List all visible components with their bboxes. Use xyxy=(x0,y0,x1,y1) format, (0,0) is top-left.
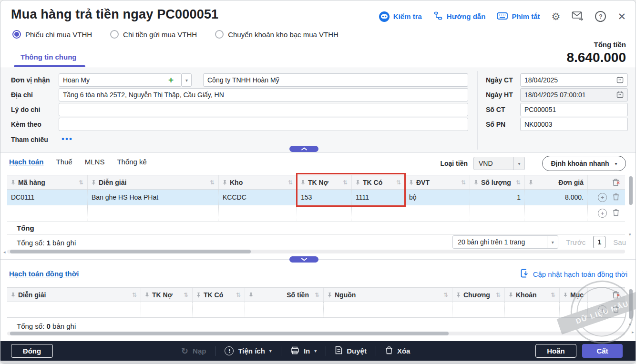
check-button[interactable]: Kiểm tra xyxy=(379,11,422,22)
receipt-no-input[interactable] xyxy=(520,118,628,131)
help-icon[interactable]: ? xyxy=(595,11,606,22)
tab-thong-ke[interactable]: Thống kê xyxy=(117,158,147,166)
table-row-empty[interactable]: + xyxy=(7,205,625,221)
cell-so-luong[interactable]: 1 xyxy=(470,190,525,205)
scroll-right-icon[interactable]: ▸ xyxy=(632,330,634,334)
sort-icon[interactable]: ⇅ xyxy=(288,179,293,186)
supplier-dropdown-button[interactable]: ▾ xyxy=(182,73,192,87)
utilities-button[interactable]: ⋮ Tiện ích ▾ xyxy=(215,346,280,355)
sort-icon[interactable]: ⇅ xyxy=(79,179,83,186)
approve-button[interactable]: Duyệt xyxy=(326,346,376,356)
guide-button[interactable]: Hướng dẫn xyxy=(433,11,486,22)
cell-don-gia[interactable]: 8.000. xyxy=(525,190,588,205)
cell-tk-co[interactable]: 1111 xyxy=(352,190,405,205)
delete-row-icon[interactable] xyxy=(613,209,619,218)
radio-chi-tien-gui[interactable]: Chi tiền gửi mua VTHH xyxy=(110,30,197,39)
cell-dvt[interactable]: bộ xyxy=(405,190,470,205)
calendar-icon[interactable] xyxy=(616,76,624,85)
sort-icon[interactable]: ⇅ xyxy=(184,292,188,298)
horizontal-scrollbar[interactable] xyxy=(7,250,625,253)
reload-button[interactable]: ↻ Nạp xyxy=(172,347,215,355)
reason-input[interactable] xyxy=(59,103,468,116)
scroll-down-icon[interactable]: ▾ xyxy=(629,323,631,327)
cell-tk-no[interactable]: 153 xyxy=(297,190,352,205)
radio-chuyen-khoan[interactable]: Chuyển khoản kho bạc mua VTHH xyxy=(215,30,339,39)
close-icon[interactable]: ✕ xyxy=(617,11,626,21)
shortcut-button[interactable]: Phím tắt xyxy=(497,12,540,21)
scrollbar-thumb[interactable] xyxy=(10,332,449,335)
column-header-tk-co[interactable]: TK Có⇅ xyxy=(352,175,405,189)
reference-more-button[interactable]: ••• xyxy=(62,133,73,145)
postpone-button[interactable]: Hoãn xyxy=(535,344,576,358)
sort-icon[interactable]: ⇅ xyxy=(210,179,215,186)
quick-entry-button[interactable]: Định khoản nhanh ▾ xyxy=(542,156,626,171)
sort-icon[interactable]: ⇅ xyxy=(132,292,137,298)
delete-all-rows-icon[interactable]: ✕ xyxy=(612,178,619,186)
address-input[interactable] xyxy=(59,88,468,101)
column-header[interactable]: ĐVT⇅ xyxy=(405,175,470,189)
sort-icon[interactable]: ⇅ xyxy=(315,292,319,298)
delete-all-rows-icon[interactable]: ✕ xyxy=(612,291,619,299)
tab-thue[interactable]: Thuế xyxy=(56,158,72,166)
print-button[interactable]: In ▾ xyxy=(281,346,326,356)
column-header[interactable]: Kho⇅ xyxy=(219,175,297,189)
cell-dien-giai[interactable]: Ban ghe HS Hoa PHat xyxy=(88,190,219,205)
voucher-date-input[interactable] xyxy=(520,73,628,87)
add-supplier-icon[interactable]: + xyxy=(168,74,174,86)
collapse-form-button[interactable] xyxy=(289,146,318,152)
sort-icon[interactable]: ⇅ xyxy=(551,292,555,298)
tab-thong-tin-chung[interactable]: Thông tin chung xyxy=(21,53,76,61)
column-header[interactable]: Mục xyxy=(560,288,588,302)
column-header[interactable]: Mã hàng⇅ xyxy=(7,175,88,189)
vertical-scrollbar[interactable] xyxy=(629,289,633,319)
add-row-icon[interactable]: + xyxy=(598,209,607,218)
prev-page-button[interactable]: Trước xyxy=(566,238,585,246)
column-header-tk-no[interactable]: TK Nợ⇅ xyxy=(297,175,352,189)
update-concurrent-link[interactable]: Cập nhật hạch toán đồng thời xyxy=(521,269,627,279)
column-header[interactable]: Số tiền⇅ xyxy=(245,288,324,302)
save-button[interactable]: Cất xyxy=(582,344,623,358)
supplier-name-input[interactable] xyxy=(203,73,468,87)
column-header[interactable]: Đơn giá xyxy=(525,175,588,189)
tab-mlns[interactable]: MLNS xyxy=(85,158,105,166)
current-page-box[interactable]: 1 xyxy=(593,236,605,248)
page-size-select[interactable]: 20 bản ghi trên 1 trang ▾ xyxy=(452,235,558,249)
scroll-left-icon[interactable]: ◂ xyxy=(3,250,6,254)
table-row-empty[interactable]: + xyxy=(7,302,625,318)
gear-icon[interactable]: ⚙ xyxy=(552,11,561,21)
column-header[interactable]: TK Có⇅ xyxy=(193,288,245,302)
radio-phieu-chi[interactable]: Phiếu chi mua VTHH xyxy=(12,30,92,39)
add-row-icon[interactable]: + xyxy=(598,193,607,202)
calendar-icon[interactable] xyxy=(616,91,624,100)
concurrent-section-link[interactable]: Hạch toán đồng thời xyxy=(9,270,79,278)
column-header[interactable]: TK Nợ⇅ xyxy=(141,288,193,302)
attachment-input[interactable] xyxy=(59,118,468,131)
sort-icon[interactable]: ⇅ xyxy=(396,179,401,186)
table-row[interactable]: DC0111 Ban ghe HS Hoa PHat KCCDC 153 111… xyxy=(7,190,625,205)
column-header[interactable]: Diễn giải⇅ xyxy=(7,288,141,302)
posting-date-input[interactable] xyxy=(520,88,628,101)
cell-ma-hang[interactable]: DC0111 xyxy=(7,190,88,205)
voucher-no-input[interactable] xyxy=(520,103,628,116)
sort-icon[interactable]: ⇅ xyxy=(236,292,241,298)
sort-icon[interactable]: ⇅ xyxy=(461,179,466,186)
sort-icon[interactable]: ⇅ xyxy=(516,179,521,186)
column-header[interactable]: Số lượng⇅ xyxy=(470,175,525,189)
add-row-icon[interactable]: + xyxy=(598,305,607,314)
scrollbar-thumb[interactable] xyxy=(10,250,251,253)
supplier-code-input[interactable] xyxy=(59,73,182,87)
delete-row-icon[interactable] xyxy=(613,305,619,314)
next-page-button[interactable]: Sau xyxy=(613,238,626,246)
delete-row-icon[interactable] xyxy=(613,193,619,202)
column-header[interactable]: Khoản⇅ xyxy=(505,288,560,302)
horizontal-scrollbar[interactable] xyxy=(7,332,625,335)
mail-send-icon[interactable] xyxy=(572,11,584,22)
column-header[interactable]: Chương⇅ xyxy=(452,288,505,302)
column-header[interactable]: Diễn giải⇅ xyxy=(88,175,219,189)
vertical-scrollbar[interactable] xyxy=(629,176,633,205)
close-button[interactable]: Đóng xyxy=(11,344,53,358)
collapse-section-button[interactable] xyxy=(289,256,318,263)
sort-icon[interactable]: ⇅ xyxy=(496,292,501,298)
currency-select[interactable]: VND ▾ xyxy=(473,157,525,170)
column-header[interactable]: Nguồn⇅ xyxy=(324,288,452,302)
